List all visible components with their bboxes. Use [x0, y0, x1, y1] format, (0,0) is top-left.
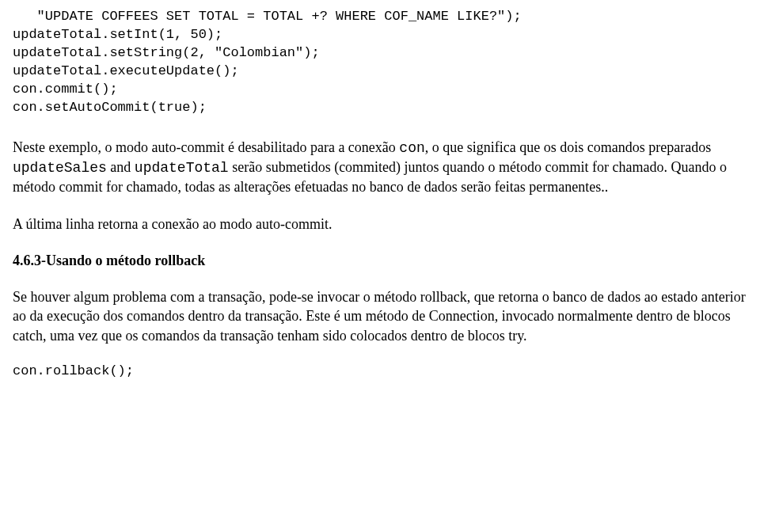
- section-heading: 4.6.3-Usando o método rollback: [13, 251, 747, 270]
- code-block: "UPDATE COFFEES SET TOTAL = TOTAL +? WHE…: [13, 8, 747, 117]
- code-line: con.commit();: [13, 82, 118, 97]
- text-run: , o que significa que os dois comandos p…: [425, 139, 711, 155]
- code-line: "UPDATE COFFEES SET TOTAL = TOTAL +? WHE…: [13, 9, 522, 24]
- code-line: con.rollback();: [13, 363, 134, 378]
- code-line: updateTotal.executeUpdate();: [13, 63, 239, 78]
- text-run: and: [107, 159, 135, 175]
- code-line: updateTotal.setString(2, "Colombian");: [13, 45, 320, 60]
- inline-code: con: [399, 140, 424, 156]
- inline-code: updateSales: [13, 160, 107, 176]
- code-block: con.rollback();: [13, 363, 747, 381]
- text-run: Neste exemplo, o modo auto-commit é desa…: [13, 139, 399, 155]
- paragraph-3: Se houver algum problema com a transação…: [13, 287, 747, 345]
- paragraph-2: A última linha retorna a conexão ao modo…: [13, 215, 747, 234]
- code-line: con.setAutoCommit(true);: [13, 100, 207, 115]
- paragraph-1: Neste exemplo, o modo auto-commit é desa…: [13, 138, 747, 197]
- inline-code: updateTotal: [135, 160, 229, 176]
- code-line: updateTotal.setInt(1, 50);: [13, 27, 222, 42]
